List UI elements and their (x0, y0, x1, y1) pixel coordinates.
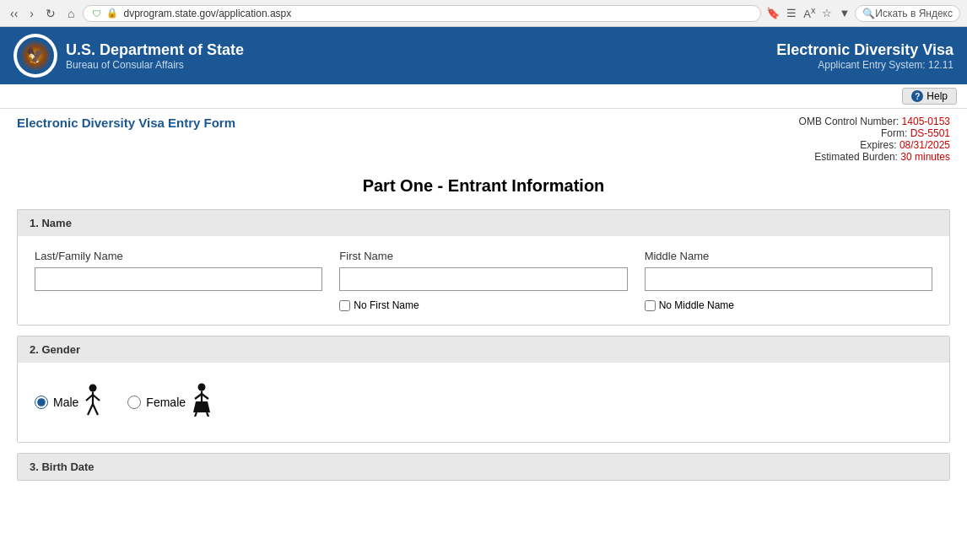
svg-line-5 (93, 404, 98, 415)
help-button[interactable]: ? Help (902, 88, 957, 105)
expires-value: 08/31/2025 (899, 139, 950, 151)
url-text: dvprogram.state.gov/application.aspx (123, 8, 291, 19)
svg-marker-8 (193, 401, 210, 412)
browser-chrome: ‹‹ › ↻ ⌂ 🛡 🔒 dvprogram.state.gov/applica… (0, 0, 967, 27)
back-button[interactable]: ‹‹ (7, 5, 21, 22)
dropdown-icon[interactable]: ▼ (839, 7, 850, 19)
part-heading: Part One - Entrant Information (17, 176, 950, 196)
meta-info: OMB Control Number: 1405-0153 Form: DS-5… (799, 116, 950, 163)
gender-male-option: Male (35, 384, 102, 421)
section-gender-body: Male (18, 363, 949, 442)
bureau-name: Bureau of Consular Affairs (66, 59, 244, 71)
header-right: Electronic Diversity Visa Applicant Entr… (776, 41, 953, 71)
search-placeholder: Искать в Яндекс (875, 8, 953, 19)
header-visa-title: Electronic Diversity Visa (776, 41, 953, 59)
reload-button[interactable]: ↻ (42, 5, 59, 22)
burden-value: 30 minutes (900, 151, 950, 163)
site-header: 🦅 U.S. Department of State Bureau of Con… (0, 27, 967, 84)
omb-value: 1405-0153 (902, 116, 950, 127)
middle-name-label: Middle Name (645, 250, 932, 262)
gender-male-radio[interactable] (35, 396, 48, 409)
omb-label: OMB Control Number: (799, 116, 899, 127)
section-name-body: Last/Family Name First Name No First Nam… (18, 236, 949, 325)
search-icon: 🔍 (862, 8, 875, 19)
svg-line-11 (195, 412, 197, 417)
section-name: 1. Name Last/Family Name First Name No F… (17, 209, 950, 326)
svg-point-6 (198, 384, 206, 391)
star-icon[interactable]: ☆ (822, 7, 832, 19)
gender-male-label: Male (53, 396, 78, 409)
header-visa-subtitle: Applicant Entry System: 12.11 (776, 59, 953, 71)
middle-name-group: Middle Name No Middle Name (645, 250, 932, 311)
section-name-header: 1. Name (18, 210, 949, 236)
reader-icon[interactable]: Ax (803, 5, 815, 20)
seal-inner: 🦅 (17, 37, 54, 74)
menu-icon[interactable]: ☰ (786, 7, 797, 19)
first-name-group: First Name No First Name (339, 250, 627, 311)
male-figure-icon (84, 384, 102, 421)
help-icon: ? (911, 90, 923, 102)
bookmark-icon[interactable]: 🔖 (766, 7, 780, 19)
home-button[interactable]: ⌂ (64, 5, 78, 22)
agency-seal: 🦅 (14, 34, 57, 78)
svg-line-9 (195, 394, 202, 399)
last-name-group: Last/Family Name (35, 250, 322, 291)
svg-line-12 (207, 412, 208, 417)
gender-female-option: Female (127, 383, 213, 422)
header-left: 🦅 U.S. Department of State Bureau of Con… (14, 34, 244, 78)
section-gender-header: 2. Gender (18, 337, 949, 363)
address-bar[interactable]: 🛡 🔒 dvprogram.state.gov/application.aspx (83, 5, 761, 22)
svg-line-10 (202, 394, 208, 399)
no-first-name-row: No First Name (339, 299, 627, 311)
ssl-icon: 🔒 (106, 8, 118, 19)
no-first-name-label: No First Name (354, 299, 419, 311)
gender-female-radio[interactable] (127, 396, 141, 409)
help-bar: ? Help (0, 84, 967, 109)
section-gender: 2. Gender Male (17, 336, 950, 443)
gender-row: Male (35, 376, 932, 428)
svg-line-4 (88, 404, 93, 415)
section-birth-date: 3. Birth Date (17, 453, 950, 481)
burden-label: Estimated Burden: (814, 151, 898, 163)
browser-actions: 🔖 ☰ Ax ☆ ▼ (766, 5, 850, 20)
no-first-name-checkbox[interactable] (339, 300, 350, 311)
section-birth-date-header: 3. Birth Date (18, 454, 949, 480)
svg-line-3 (93, 395, 100, 401)
help-label: Help (926, 90, 948, 102)
last-name-label: Last/Family Name (35, 250, 322, 262)
name-fields: Last/Family Name First Name No First Nam… (35, 250, 932, 311)
svg-point-0 (89, 385, 97, 392)
forward-button[interactable]: › (26, 5, 37, 22)
no-middle-name-label: No Middle Name (659, 299, 734, 311)
first-name-input[interactable] (339, 267, 627, 291)
no-middle-name-checkbox[interactable] (645, 300, 656, 311)
gender-female-label: Female (146, 396, 186, 409)
female-figure-icon (191, 383, 213, 422)
form-value: DS-5501 (910, 127, 950, 139)
header-title-block: U.S. Department of State Bureau of Consu… (66, 41, 244, 71)
form-title: Electronic Diversity Visa Entry Form (17, 116, 235, 130)
lock-icon: 🛡 (92, 8, 101, 19)
agency-name: U.S. Department of State (66, 41, 244, 59)
search-bar[interactable]: 🔍 Искать в Яндекс (855, 5, 960, 22)
main-content: Electronic Diversity Visa Entry Form OMB… (0, 109, 967, 498)
no-middle-name-row: No Middle Name (645, 299, 932, 311)
form-label: Form: (881, 127, 907, 139)
last-name-input[interactable] (35, 267, 322, 291)
middle-name-input[interactable] (645, 267, 932, 291)
svg-line-2 (86, 395, 93, 401)
expires-label: Expires: (860, 139, 896, 151)
first-name-label: First Name (339, 250, 627, 262)
